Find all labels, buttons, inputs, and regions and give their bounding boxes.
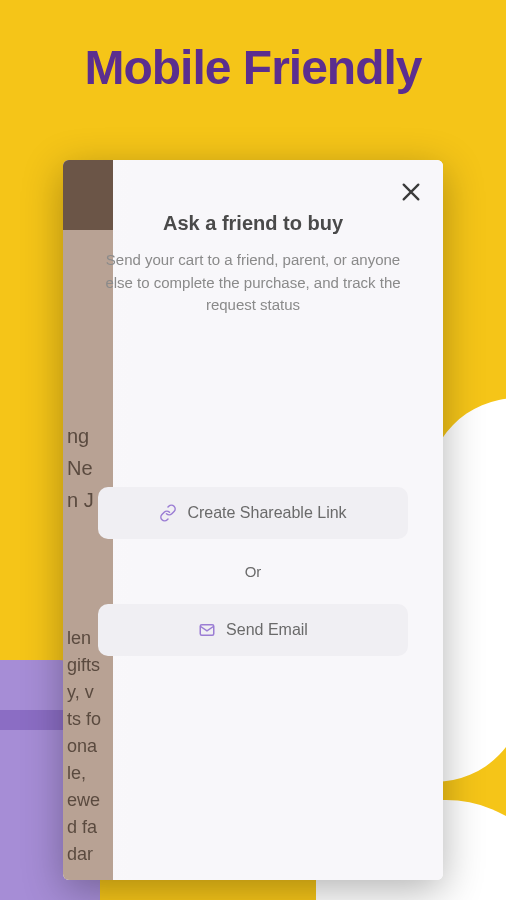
modal-dialog: Ask a friend to buy Send your cart to a …	[63, 160, 443, 880]
send-email-label: Send Email	[226, 621, 308, 639]
page-title: Mobile Friendly	[84, 40, 421, 95]
modal-description: Send your cart to a friend, parent, or a…	[83, 249, 423, 317]
phone-mockup: ng Ne n J len gifts y, v ts fo ona le, e…	[63, 160, 443, 880]
link-icon	[159, 504, 177, 522]
email-icon	[198, 621, 216, 639]
close-button[interactable]	[397, 178, 425, 206]
modal-title: Ask a friend to buy	[83, 212, 423, 235]
separator-text: Or	[83, 563, 423, 580]
send-email-button[interactable]: Send Email	[98, 604, 408, 656]
close-icon	[400, 181, 422, 203]
create-link-button[interactable]: Create Shareable Link	[98, 487, 408, 539]
create-link-label: Create Shareable Link	[187, 504, 346, 522]
